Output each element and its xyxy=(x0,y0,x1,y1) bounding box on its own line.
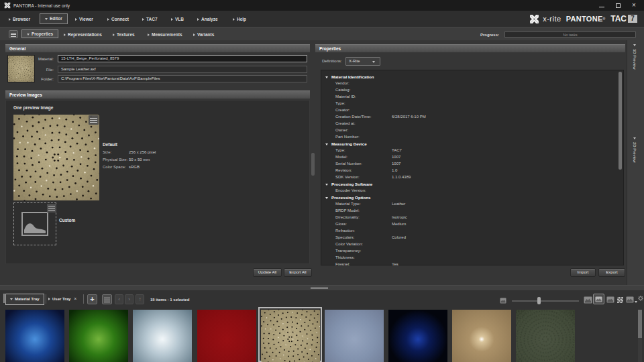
knit-texture-material[interactable] xyxy=(516,310,575,362)
tray-splitter[interactable] xyxy=(0,285,644,290)
window-title: PANTORA - Internal use only xyxy=(13,3,70,8)
custom-preview-label: Custom xyxy=(59,218,75,223)
thumbnail-size-slider-handle[interactable] xyxy=(537,297,541,304)
properties-scrollbar[interactable] xyxy=(619,72,622,170)
default-preview-image[interactable] xyxy=(13,115,99,200)
tray-tab-separator xyxy=(83,294,84,304)
menu-help[interactable]: Help xyxy=(233,17,246,21)
property-value: 1.0 xyxy=(392,168,397,172)
group-processing-options[interactable]: Processing Options xyxy=(325,195,370,200)
property-label: Transparency: xyxy=(335,249,361,253)
menu-viewer[interactable]: Viewer xyxy=(75,17,93,21)
tray-tab-user-tray[interactable]: User Tray× xyxy=(48,294,76,305)
tray-menu-icon[interactable] xyxy=(102,294,112,304)
property-label: Refraction: xyxy=(335,229,355,233)
property-label: Gloss: xyxy=(335,222,347,226)
tab-representations[interactable]: Representations xyxy=(64,32,102,37)
export-all-button[interactable]: Export All xyxy=(284,268,312,277)
dark-blue-radial-material[interactable] xyxy=(388,310,447,362)
definitions-dropdown[interactable]: X-Rite xyxy=(345,57,380,66)
next-button[interactable]: › xyxy=(125,294,133,304)
menu-tac7[interactable]: TAC7 xyxy=(142,17,158,21)
chevron-right-icon xyxy=(113,34,115,36)
green-radial-material[interactable] xyxy=(69,310,128,362)
tray-grip[interactable] xyxy=(3,294,5,303)
progress-text: No tasks xyxy=(563,33,577,37)
tac7-badge: 7 xyxy=(628,15,637,23)
red-material[interactable] xyxy=(197,310,256,362)
tab-3d-preview[interactable]: 3D Preview xyxy=(633,44,637,70)
material-tray-panel: Material TrayUser Tray× + ‹ › ↑ 15 items… xyxy=(0,290,644,362)
file-input[interactable]: Sample Leather.axf xyxy=(58,66,307,73)
chevron-right-icon xyxy=(107,18,109,21)
property-label: Material ID: xyxy=(335,95,356,99)
tab-2d-preview[interactable]: 2D Preview xyxy=(633,137,637,163)
editor-tab-bar: PropertiesRepresentationsTexturesMeasure… xyxy=(0,27,644,40)
menu-connect[interactable]: Connect xyxy=(107,17,129,21)
property-label: SDK Version: xyxy=(335,175,360,179)
xrite-wordmark: x-rite xyxy=(543,15,561,23)
import-button[interactable]: Import xyxy=(570,268,596,277)
background-image-icon[interactable] xyxy=(626,296,634,303)
tray-scrollbar[interactable] xyxy=(638,310,642,362)
chevron-down-icon xyxy=(45,18,48,20)
prev-button[interactable]: ‹ xyxy=(115,294,123,304)
add-tray-button[interactable]: + xyxy=(87,294,97,304)
blue-radial-material[interactable] xyxy=(5,310,64,362)
preview-info-value: 256 x 256 pixel xyxy=(129,150,156,154)
menu-analyze[interactable]: Analyze xyxy=(197,17,218,21)
panel-splitter-handle[interactable] xyxy=(311,153,315,176)
chevron-right-icon xyxy=(48,298,50,300)
menu-icon[interactable] xyxy=(9,30,18,38)
preview-menu-icon[interactable] xyxy=(89,115,99,125)
up-button[interactable]: ↑ xyxy=(136,294,144,304)
view-mode-image-button[interactable] xyxy=(593,294,604,304)
property-label: Vendor: xyxy=(335,81,350,85)
material-input[interactable]: 15-LTH_Beige_Perforated_8579 xyxy=(58,55,307,62)
image-placeholder-icon xyxy=(21,212,48,236)
tab-properties[interactable]: Properties xyxy=(21,29,58,38)
tab-variants[interactable]: Variants xyxy=(193,32,214,37)
thumbnail-size-slider[interactable] xyxy=(512,300,579,302)
menu-editor[interactable]: Editor xyxy=(40,13,68,24)
update-all-button[interactable]: Update All xyxy=(253,268,282,277)
export-button[interactable]: Export xyxy=(598,268,625,277)
chevron-down-icon xyxy=(27,34,30,36)
tab-2d-preview-label: 2D Preview xyxy=(633,142,637,163)
image-list-icon[interactable] xyxy=(606,296,614,303)
small-thumbnails-icon xyxy=(500,298,506,304)
brand-logo: x-rite PANTONE ® TAC 7 xyxy=(529,13,637,24)
tan-highlight-material[interactable] xyxy=(452,310,511,362)
group-processing-software[interactable]: Processing Software xyxy=(325,182,372,186)
pantone-wordmark: PANTONE xyxy=(566,15,603,23)
custom-preview-menu-icon[interactable] xyxy=(47,204,56,213)
transparency-checker-icon[interactable] xyxy=(617,297,623,303)
close-icon[interactable]: × xyxy=(632,1,636,9)
white-blue-radial-material[interactable] xyxy=(133,310,192,362)
tray-tab-material-tray[interactable]: Material Tray xyxy=(5,294,44,305)
chevron-down-icon xyxy=(325,197,328,199)
tray-scrollbar-thumb[interactable] xyxy=(638,310,642,338)
tray-splitter-handle[interactable] xyxy=(311,287,328,289)
general-section-header: General xyxy=(5,44,310,52)
close-tray-icon[interactable]: × xyxy=(74,296,76,301)
slate-blue-material[interactable] xyxy=(325,310,384,362)
group-material-identification[interactable]: Material Identification xyxy=(325,74,374,79)
lighting-icon[interactable] xyxy=(637,296,644,303)
menu-browser[interactable]: Browser xyxy=(9,17,30,21)
menu-vlb[interactable]: VLB xyxy=(171,17,184,21)
chevron-down-icon xyxy=(325,143,328,145)
beige-perforated-leather-material[interactable] xyxy=(261,310,320,362)
chevron-right-icon xyxy=(233,18,235,21)
maximize-icon[interactable] xyxy=(616,3,621,8)
property-label: Creation Date/Time: xyxy=(335,115,371,119)
tab-textures[interactable]: Textures xyxy=(113,32,135,37)
property-value: TAC7 xyxy=(392,148,402,152)
group-measuring-device[interactable]: Measuring Device xyxy=(325,141,367,146)
tab-measurements[interactable]: Measurements xyxy=(148,32,182,37)
progress-label: Progress: xyxy=(480,33,499,37)
folder-input[interactable]: C:\Program Files\X-Rite\Pantora\Data\AxF… xyxy=(58,75,307,82)
minimize-icon[interactable] xyxy=(599,7,604,7)
property-value: 1007 xyxy=(392,162,400,166)
tray-status-text: 15 items - 1 selected xyxy=(150,298,189,302)
